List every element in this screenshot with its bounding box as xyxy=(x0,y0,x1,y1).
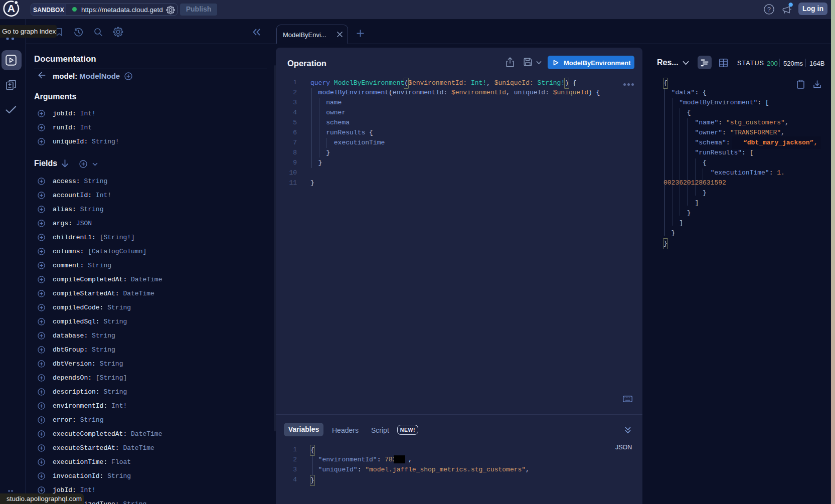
svg-text:A: A xyxy=(8,3,15,14)
svg-text:?: ? xyxy=(767,6,771,13)
